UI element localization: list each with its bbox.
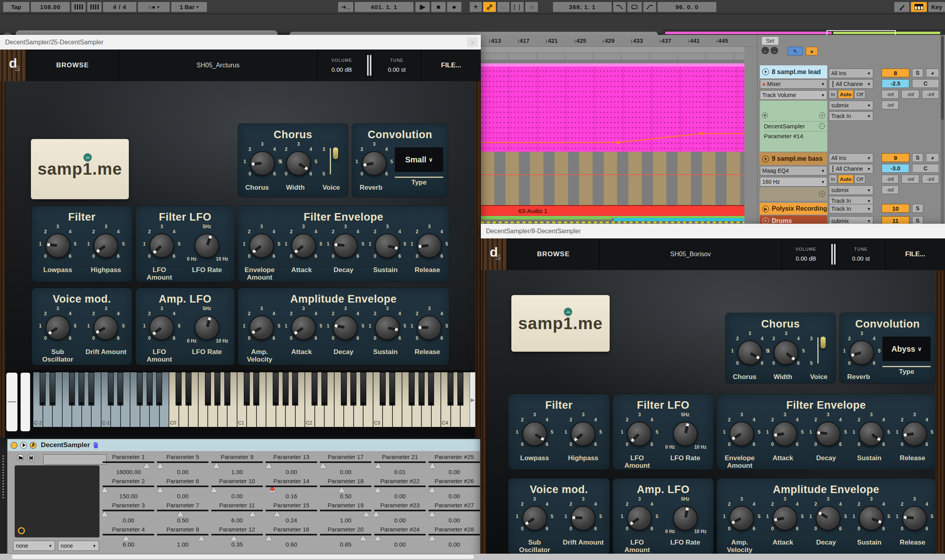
type-dropdown[interactable]: Small∨ — [395, 147, 443, 172]
preset-name-field[interactable] — [43, 454, 107, 465]
window-titlebar[interactable]: DecentSampler/8-DecentSampler — [481, 224, 945, 238]
parameter-slider-handle[interactable] — [249, 511, 256, 516]
knob-cap[interactable] — [859, 421, 884, 446]
send-b-track8[interactable]: -inf — [901, 90, 919, 99]
knob-lfo-rate[interactable]: 0 Hz5Hz10 HzLFO Rate — [662, 497, 709, 546]
parameter-slider[interactable] — [374, 486, 426, 487]
knob-cap[interactable] — [816, 506, 840, 530]
knob-cap[interactable] — [286, 151, 311, 175]
parameter-slider[interactable] — [211, 510, 263, 511]
arm-button-track9[interactable]: ◕ — [926, 153, 939, 162]
track-number-9[interactable]: 9 — [882, 153, 909, 162]
piano-black-key[interactable] — [419, 372, 425, 406]
knob-decay[interactable]: 0123456Decay — [806, 497, 846, 546]
add-lane-icon[interactable]: + — [819, 112, 825, 118]
param-chooser-track8[interactable]: Track Volume▼ — [760, 90, 827, 100]
volume-control[interactable]: VOLUME0.00 dB — [318, 50, 366, 81]
parameter-slider-handle[interactable] — [360, 535, 366, 541]
fold-icon[interactable]: ▼ — [762, 69, 769, 75]
audio-clip-red[interactable]: 63-Audio 1 — [481, 205, 744, 216]
audio-clip-columns[interactable] — [481, 152, 744, 205]
knob-cap[interactable] — [627, 506, 652, 530]
piano-black-key[interactable] — [176, 372, 182, 406]
knob-cap[interactable] — [291, 315, 316, 340]
parameter-slider-handle[interactable] — [363, 511, 369, 516]
voice-slider-handle[interactable] — [821, 337, 826, 349]
piano-black-key[interactable] — [137, 372, 143, 406]
track-header-9[interactable]: ▼ 9 sampl.me bass — [760, 152, 827, 165]
piano-black-key[interactable] — [69, 372, 75, 406]
parameter-slider[interactable] — [157, 534, 209, 535]
beat-time-ruler[interactable]: 413417421425429433437441445 — [481, 35, 757, 47]
knob-cap[interactable] — [149, 233, 174, 258]
file-menu[interactable]: FILE... — [421, 50, 481, 81]
knob-cap[interactable] — [902, 506, 927, 530]
send-b-track9[interactable]: -inf — [901, 175, 919, 183]
knob-sustain[interactable]: 0123456Sustain — [365, 224, 406, 274]
stop-button[interactable]: ■ — [431, 2, 446, 12]
play-button[interactable]: ▶ — [415, 2, 430, 12]
type-dropdown[interactable]: Abyss∨ — [882, 337, 931, 361]
send-a-track8[interactable]: -inf — [882, 90, 899, 99]
map-dropdown-1[interactable]: none▼ — [13, 541, 55, 551]
drums-clip-strip-cyan[interactable] — [614, 218, 744, 221]
monitor-auto[interactable]: Auto — [838, 90, 854, 99]
piano-black-key[interactable] — [186, 372, 191, 406]
monitor-switch-track9[interactable]: In Auto Off — [829, 175, 865, 183]
knob-lfo-rate[interactable]: 0 Hz5Hz10 HzLFO Rate — [183, 306, 231, 356]
piano-black-key[interactable] — [244, 372, 250, 406]
parameter-slider-handle[interactable] — [157, 463, 163, 468]
send-c-track9[interactable]: -inf — [922, 175, 939, 183]
parameter-slider[interactable] — [266, 486, 317, 487]
piano-black-key[interactable] — [88, 372, 94, 406]
knob-lfo-amount[interactable]: 0123456LFO Amount — [140, 306, 179, 363]
piano-black-key[interactable] — [205, 372, 211, 406]
piano-black-key[interactable] — [448, 372, 453, 406]
knob-decay[interactable]: 0123456Decay — [806, 412, 846, 462]
knob-lfo-amount[interactable]: 0123456LFO Amount — [140, 224, 179, 281]
capture-midi-button[interactable]: [ ] — [511, 2, 524, 12]
knob-cap[interactable] — [522, 506, 547, 530]
track-scrollbar[interactable] — [941, 35, 944, 224]
knob-cap[interactable] — [249, 233, 274, 258]
window-titlebar[interactable]: DecentSampler/25-DecentSampler — [0, 35, 481, 50]
parameter-slider[interactable] — [374, 510, 426, 511]
knob-cap[interactable] — [291, 233, 316, 258]
knob-cap[interactable] — [417, 315, 442, 340]
parameter-slider[interactable] — [320, 510, 371, 511]
knob-cap[interactable] — [94, 315, 118, 340]
output-channel-track8[interactable]: Track In▼ — [829, 111, 873, 121]
knob-reverb[interactable]: 0123456Reverb — [840, 331, 878, 381]
piano-black-key[interactable] — [273, 372, 279, 406]
knob-drift-amount[interactable]: 0123456Drift Amount — [84, 306, 128, 356]
knob-decay[interactable]: 0123456Decay — [323, 224, 363, 274]
keyboard-scroll-strip[interactable] — [21, 373, 30, 431]
close-icon[interactable]: x — [467, 37, 478, 47]
parameter-slider[interactable] — [211, 461, 263, 463]
knob-cap[interactable] — [571, 421, 595, 446]
knob-cap[interactable] — [773, 506, 797, 530]
knob-cap[interactable] — [375, 315, 400, 340]
record-button[interactable]: ● — [447, 2, 461, 12]
knob-sub-oscillator[interactable]: 0123456Sub Oscillator — [36, 306, 80, 363]
knob-sustain[interactable]: 0123456Sustain — [849, 412, 890, 462]
parameter-slider-handle[interactable] — [375, 463, 381, 468]
automation-arm-button[interactable] — [483, 2, 496, 12]
input-channel-track9[interactable]: ┇ All Channe▼ — [829, 164, 873, 173]
knob-release[interactable]: 0123456Release — [407, 224, 448, 274]
pan-field-track9[interactable]: C — [912, 164, 939, 173]
piano-black-key[interactable] — [283, 372, 289, 406]
parameter-slider[interactable] — [320, 534, 371, 535]
draw-automation-button[interactable]: ✎ — [788, 47, 803, 55]
knob-cap[interactable] — [250, 151, 275, 175]
knob-cap[interactable] — [859, 506, 884, 530]
parameter-slider[interactable] — [103, 486, 154, 487]
device-activator-icon[interactable] — [11, 442, 17, 449]
xy-pad[interactable] — [15, 465, 99, 537]
piano-black-key[interactable] — [341, 372, 347, 406]
knob-cap[interactable] — [46, 233, 70, 258]
knob-cap[interactable] — [729, 506, 754, 530]
track-number-10[interactable]: 10 — [882, 204, 909, 213]
solo-button-track8[interactable]: S — [912, 69, 923, 77]
parameter-slider-handle[interactable] — [231, 535, 237, 541]
